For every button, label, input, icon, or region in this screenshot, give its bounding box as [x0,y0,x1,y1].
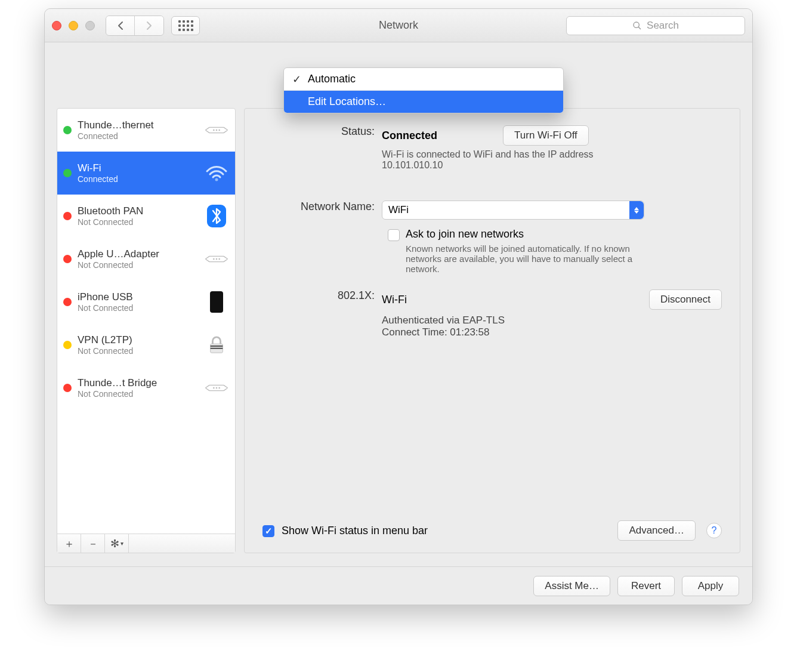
search-placeholder: Search [647,20,679,32]
service-wifi[interactable]: Wi-Fi Connected [57,152,235,195]
add-service-button[interactable]: ＋ [57,534,81,553]
status-dot-icon [63,341,72,349]
ask-join-checkbox[interactable] [388,229,400,241]
service-thunderbolt-bridge[interactable]: Thunde…t Bridge Not Connected [57,366,235,409]
status-label: Status: [262,125,382,138]
stepper-icon [629,201,644,219]
location-menu-edit[interactable]: Edit Locations… [284,91,563,113]
service-actions-button[interactable]: ✻▾ [105,534,129,553]
close-window-button[interactable] [52,21,61,30]
svg-line-1 [638,27,641,29]
sidebar-toolbar-spacer [129,534,235,553]
grid-icon [178,20,193,31]
sidebar-toolbar: ＋ － ✻▾ [57,534,235,553]
show-wifi-status-label: Show Wi-Fi status in menu bar [282,525,428,537]
location-menu-automatic[interactable]: Automatic [284,68,563,90]
service-status: Not Connected [78,260,198,270]
remove-service-button[interactable]: － [81,534,105,553]
svg-point-8 [213,258,215,260]
svg-point-11 [216,387,218,389]
zoom-window-button [85,21,95,30]
network-name-popup[interactable]: WiFi [382,201,644,220]
minimize-window-button[interactable] [69,21,78,30]
wifi-icon [204,164,229,182]
detail-panel: Status: Connected Turn Wi-Fi Off Wi-Fi i… [244,108,740,553]
revert-button[interactable]: Revert [617,576,675,596]
assist-me-button[interactable]: Assist Me… [533,576,610,596]
8021x-label: 802.1X: [262,289,382,338]
8021x-time-line: Connect Time: 01:23:58 [382,326,722,338]
service-list[interactable]: Thunde…thernet Connected Wi-Fi Connected [57,109,235,534]
ethernet-icon [204,381,229,395]
forward-button[interactable] [135,16,163,35]
service-status: Not Connected [78,389,198,399]
disconnect-button[interactable]: Disconnect [649,289,722,310]
network-name-label: Network Name: [262,201,382,220]
network-name-value: WiFi [388,204,409,216]
svg-point-0 [634,22,639,27]
ask-join-description: Known networks will be joined automatica… [406,243,662,274]
service-name: Wi-Fi [78,162,198,174]
status-dot-icon [63,212,72,220]
phone-icon [204,291,229,313]
location-popup-menu[interactable]: Automatic Edit Locations… [283,67,564,113]
ask-join-label: Ask to join new networks [406,228,524,241]
service-status: Connected [78,131,198,141]
chevron-right-icon [146,21,153,30]
svg-point-5 [215,178,218,181]
search-icon [632,21,642,30]
service-name: Apple U…Adapter [78,248,198,260]
service-name: iPhone USB [78,291,198,303]
8021x-auth-line: Authenticated via EAP-TLS [382,315,722,326]
status-dot-icon [63,255,72,263]
help-button[interactable]: ? [706,523,722,538]
service-vpn-l2tp[interactable]: VPN (L2TP) Not Connected [57,323,235,366]
advanced-button[interactable]: Advanced… [617,520,696,541]
service-name: VPN (L2TP) [78,334,198,346]
search-field[interactable]: Search [566,16,745,35]
8021x-value: Wi-Fi [382,294,407,306]
bluetooth-icon [204,204,229,228]
svg-point-4 [218,130,220,131]
traffic-lights [52,21,95,30]
apply-button[interactable]: Apply [682,576,739,596]
back-button[interactable] [106,16,135,35]
svg-point-2 [216,130,218,131]
svg-point-9 [218,258,220,260]
status-description: Wi-Fi is connected to WiFi and has the I… [382,149,632,171]
ethernet-icon [204,123,229,137]
svg-point-3 [213,130,215,131]
gear-icon: ✻ [110,537,119,550]
turn-wifi-off-button[interactable]: Turn Wi-Fi Off [503,125,589,146]
service-status: Connected [78,174,198,184]
svg-point-12 [213,387,215,389]
chevron-down-icon: ▾ [121,540,123,547]
content-area: Location: Thunde…thernet Connected [45,42,752,565]
footer-buttons: Assist Me… Revert Apply [45,566,752,605]
status-dot-icon [63,298,72,306]
service-status: Not Connected [78,346,198,356]
ethernet-icon [204,252,229,266]
network-preferences-window: Network Search Location: Thunde…thernet … [44,8,753,605]
service-name: Thunde…t Bridge [78,377,198,389]
service-thunderbolt-ethernet[interactable]: Thunde…thernet Connected [57,109,235,152]
titlebar: Network Search [45,9,752,42]
service-apple-usb-adapter[interactable]: Apple U…Adapter Not Connected [57,238,235,280]
service-status: Not Connected [78,303,198,313]
service-iphone-usb[interactable]: iPhone USB Not Connected [57,280,235,323]
status-dot-icon [63,169,72,177]
lock-icon [204,336,229,354]
service-name: Bluetooth PAN [78,205,198,217]
status-dot-icon [63,384,72,392]
status-value: Connected [382,130,437,142]
svg-point-13 [218,387,220,389]
service-status: Not Connected [78,217,198,227]
service-bluetooth-pan[interactable]: Bluetooth PAN Not Connected [57,195,235,238]
show-all-button[interactable] [171,16,200,35]
service-list-panel: Thunde…thernet Connected Wi-Fi Connected [57,108,236,553]
chevron-left-icon [117,21,124,30]
svg-point-7 [216,258,218,260]
status-dot-icon [63,126,72,134]
service-name: Thunde…thernet [78,119,198,131]
show-wifi-status-checkbox[interactable] [262,525,274,537]
